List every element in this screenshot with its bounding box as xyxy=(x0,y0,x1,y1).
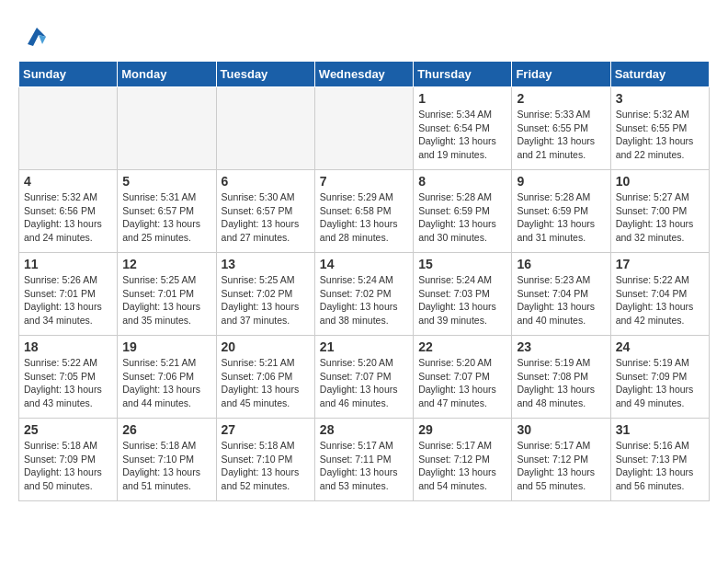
calendar-cell: 12Sunrise: 5:25 AMSunset: 7:01 PMDayligh… xyxy=(118,253,216,336)
day-number: 5 xyxy=(122,174,210,189)
calendar-header-row: SundayMondayTuesdayWednesdayThursdayFrid… xyxy=(19,62,710,87)
calendar-cell: 19Sunrise: 5:21 AMSunset: 7:06 PMDayligh… xyxy=(118,336,216,419)
day-info: Sunrise: 5:30 AMSunset: 6:57 PMDaylight:… xyxy=(222,190,310,245)
day-info: Sunrise: 5:28 AMSunset: 6:59 PMDaylight:… xyxy=(517,190,605,245)
day-info: Sunrise: 5:22 AMSunset: 7:04 PMDaylight:… xyxy=(616,273,704,327)
week-row-2: 4Sunrise: 5:32 AMSunset: 6:56 PMDaylight… xyxy=(19,170,710,253)
calendar-cell: 20Sunrise: 5:21 AMSunset: 7:06 PMDayligh… xyxy=(216,336,314,419)
day-number: 25 xyxy=(24,422,112,437)
day-number: 21 xyxy=(320,339,408,354)
column-header-thursday: Thursday xyxy=(414,62,512,87)
calendar-cell xyxy=(216,87,314,170)
logo-icon xyxy=(18,18,51,52)
day-number: 12 xyxy=(122,257,210,271)
column-header-monday: Monday xyxy=(118,62,216,87)
calendar-cell: 16Sunrise: 5:23 AMSunset: 7:04 PMDayligh… xyxy=(512,253,610,336)
calendar-cell: 18Sunrise: 5:22 AMSunset: 7:05 PMDayligh… xyxy=(19,336,118,419)
calendar-cell: 23Sunrise: 5:19 AMSunset: 7:08 PMDayligh… xyxy=(512,336,610,419)
calendar-cell: 13Sunrise: 5:25 AMSunset: 7:02 PMDayligh… xyxy=(216,253,314,336)
day-number: 18 xyxy=(24,339,112,354)
day-info: Sunrise: 5:33 AMSunset: 6:55 PMDaylight:… xyxy=(517,108,605,162)
calendar-cell xyxy=(19,87,118,170)
day-number: 3 xyxy=(616,91,704,106)
day-info: Sunrise: 5:34 AMSunset: 6:54 PMDaylight:… xyxy=(418,108,506,162)
day-number: 13 xyxy=(222,257,310,271)
week-row-1: 1Sunrise: 5:34 AMSunset: 6:54 PMDaylight… xyxy=(19,87,710,170)
day-number: 15 xyxy=(418,257,506,271)
calendar-cell: 8Sunrise: 5:28 AMSunset: 6:59 PMDaylight… xyxy=(414,170,512,253)
calendar-cell: 5Sunrise: 5:31 AMSunset: 6:57 PMDaylight… xyxy=(118,170,216,253)
day-info: Sunrise: 5:20 AMSunset: 7:07 PMDaylight:… xyxy=(418,356,506,410)
calendar-cell: 28Sunrise: 5:17 AMSunset: 7:11 PMDayligh… xyxy=(314,419,413,501)
day-info: Sunrise: 5:24 AMSunset: 7:03 PMDaylight:… xyxy=(418,273,506,327)
day-info: Sunrise: 5:21 AMSunset: 7:06 PMDaylight:… xyxy=(222,356,310,410)
day-number: 30 xyxy=(517,422,605,437)
week-row-5: 25Sunrise: 5:18 AMSunset: 7:09 PMDayligh… xyxy=(19,419,710,501)
calendar-cell: 31Sunrise: 5:16 AMSunset: 7:13 PMDayligh… xyxy=(610,419,709,501)
logo xyxy=(18,18,55,52)
day-info: Sunrise: 5:19 AMSunset: 7:09 PMDaylight:… xyxy=(616,356,704,410)
calendar-cell: 22Sunrise: 5:20 AMSunset: 7:07 PMDayligh… xyxy=(414,336,512,419)
day-number: 19 xyxy=(122,339,210,354)
day-number: 4 xyxy=(24,174,112,189)
day-number: 26 xyxy=(122,422,210,437)
day-number: 24 xyxy=(616,339,704,354)
day-info: Sunrise: 5:19 AMSunset: 7:08 PMDaylight:… xyxy=(517,356,605,410)
day-number: 16 xyxy=(517,257,605,271)
day-info: Sunrise: 5:25 AMSunset: 7:01 PMDaylight:… xyxy=(122,273,210,327)
day-number: 7 xyxy=(320,174,408,189)
calendar-cell: 21Sunrise: 5:20 AMSunset: 7:07 PMDayligh… xyxy=(314,336,413,419)
day-number: 11 xyxy=(24,257,112,271)
day-info: Sunrise: 5:23 AMSunset: 7:04 PMDaylight:… xyxy=(517,273,605,327)
day-info: Sunrise: 5:31 AMSunset: 6:57 PMDaylight:… xyxy=(122,190,210,245)
day-number: 2 xyxy=(517,91,605,106)
day-info: Sunrise: 5:18 AMSunset: 7:10 PMDaylight:… xyxy=(222,439,310,493)
day-number: 8 xyxy=(418,174,506,189)
day-number: 17 xyxy=(616,257,704,271)
day-info: Sunrise: 5:24 AMSunset: 7:02 PMDaylight:… xyxy=(320,273,408,327)
calendar-cell: 1Sunrise: 5:34 AMSunset: 6:54 PMDaylight… xyxy=(414,87,512,170)
calendar-cell: 4Sunrise: 5:32 AMSunset: 6:56 PMDaylight… xyxy=(19,170,118,253)
week-row-3: 11Sunrise: 5:26 AMSunset: 7:01 PMDayligh… xyxy=(19,253,710,336)
day-info: Sunrise: 5:21 AMSunset: 7:06 PMDaylight:… xyxy=(122,356,210,410)
day-number: 6 xyxy=(222,174,310,189)
calendar-cell xyxy=(314,87,413,170)
day-info: Sunrise: 5:28 AMSunset: 6:59 PMDaylight:… xyxy=(418,190,506,245)
day-info: Sunrise: 5:27 AMSunset: 7:00 PMDaylight:… xyxy=(616,190,704,245)
calendar-cell: 10Sunrise: 5:27 AMSunset: 7:00 PMDayligh… xyxy=(610,170,709,253)
day-number: 27 xyxy=(222,422,310,437)
week-row-4: 18Sunrise: 5:22 AMSunset: 7:05 PMDayligh… xyxy=(19,336,710,419)
column-header-sunday: Sunday xyxy=(19,62,118,87)
calendar-cell: 29Sunrise: 5:17 AMSunset: 7:12 PMDayligh… xyxy=(414,419,512,501)
calendar-cell: 6Sunrise: 5:30 AMSunset: 6:57 PMDaylight… xyxy=(216,170,314,253)
calendar-cell: 26Sunrise: 5:18 AMSunset: 7:10 PMDayligh… xyxy=(118,419,216,501)
calendar-table: SundayMondayTuesdayWednesdayThursdayFrid… xyxy=(18,61,710,501)
calendar-cell xyxy=(118,87,216,170)
day-number: 9 xyxy=(517,174,605,189)
calendar-cell: 3Sunrise: 5:32 AMSunset: 6:55 PMDaylight… xyxy=(610,87,709,170)
calendar-cell: 9Sunrise: 5:28 AMSunset: 6:59 PMDaylight… xyxy=(512,170,610,253)
column-header-saturday: Saturday xyxy=(610,62,709,87)
day-info: Sunrise: 5:32 AMSunset: 6:56 PMDaylight:… xyxy=(24,190,112,245)
day-info: Sunrise: 5:22 AMSunset: 7:05 PMDaylight:… xyxy=(24,356,112,410)
calendar-cell: 15Sunrise: 5:24 AMSunset: 7:03 PMDayligh… xyxy=(414,253,512,336)
day-info: Sunrise: 5:32 AMSunset: 6:55 PMDaylight:… xyxy=(616,108,704,162)
column-header-wednesday: Wednesday xyxy=(314,62,413,87)
calendar-cell: 14Sunrise: 5:24 AMSunset: 7:02 PMDayligh… xyxy=(314,253,413,336)
day-info: Sunrise: 5:25 AMSunset: 7:02 PMDaylight:… xyxy=(222,273,310,327)
calendar-cell: 2Sunrise: 5:33 AMSunset: 6:55 PMDaylight… xyxy=(512,87,610,170)
calendar-cell: 27Sunrise: 5:18 AMSunset: 7:10 PMDayligh… xyxy=(216,419,314,501)
calendar-cell: 7Sunrise: 5:29 AMSunset: 6:58 PMDaylight… xyxy=(314,170,413,253)
calendar-cell: 25Sunrise: 5:18 AMSunset: 7:09 PMDayligh… xyxy=(19,419,118,501)
day-info: Sunrise: 5:17 AMSunset: 7:12 PMDaylight:… xyxy=(517,439,605,493)
day-number: 1 xyxy=(418,91,506,106)
calendar-cell: 17Sunrise: 5:22 AMSunset: 7:04 PMDayligh… xyxy=(610,253,709,336)
day-number: 31 xyxy=(616,422,704,437)
day-number: 29 xyxy=(418,422,506,437)
day-info: Sunrise: 5:18 AMSunset: 7:10 PMDaylight:… xyxy=(122,439,210,493)
day-number: 22 xyxy=(418,339,506,354)
column-header-tuesday: Tuesday xyxy=(216,62,314,87)
day-info: Sunrise: 5:18 AMSunset: 7:09 PMDaylight:… xyxy=(24,439,112,493)
calendar-cell: 24Sunrise: 5:19 AMSunset: 7:09 PMDayligh… xyxy=(610,336,709,419)
page-header xyxy=(18,18,710,52)
